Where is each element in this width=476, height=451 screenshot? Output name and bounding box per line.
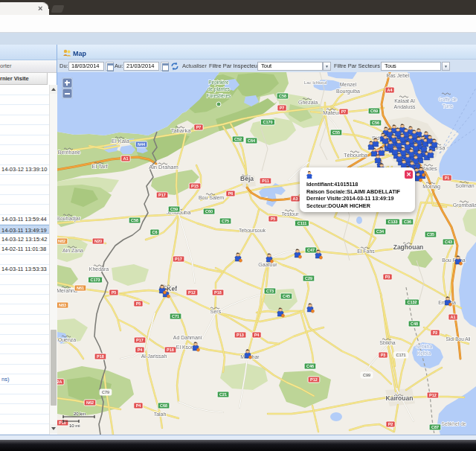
svg-text:C46: C46 bbox=[306, 364, 314, 368]
svg-text:Grombalia: Grombalia bbox=[453, 202, 476, 208]
svg-text:Tébourba: Tébourba bbox=[344, 152, 368, 159]
svg-text:N82: N82 bbox=[58, 239, 65, 243]
svg-text:C133: C133 bbox=[387, 220, 397, 224]
svg-text:Mateur: Mateur bbox=[323, 109, 341, 116]
svg-text:C60: C60 bbox=[205, 209, 213, 214]
svg-text:C47: C47 bbox=[307, 248, 315, 252]
svg-text:C48: C48 bbox=[411, 322, 418, 326]
svg-text:Ain Draham: Ain Draham bbox=[149, 164, 178, 170]
svg-text:C36: C36 bbox=[404, 220, 411, 224]
svg-text:Bou Ficha: Bou Ficha bbox=[442, 258, 466, 263]
svg-text:Tabarka: Tabarka bbox=[171, 127, 192, 134]
svg-text:C75: C75 bbox=[222, 219, 229, 223]
svg-text:C111: C111 bbox=[298, 221, 307, 226]
svg-text:P11: P11 bbox=[262, 179, 268, 183]
svg-text:2A: 2A bbox=[57, 380, 62, 384]
svg-text:C173: C173 bbox=[90, 278, 100, 282]
svg-text:Gaafour: Gaafour bbox=[258, 262, 277, 267]
svg-text:Bourguiba: Bourguiba bbox=[336, 89, 360, 95]
svg-text:C132: C132 bbox=[407, 300, 416, 304]
svg-text:C71: C71 bbox=[172, 314, 179, 319]
svg-text:C52: C52 bbox=[234, 137, 242, 141]
svg-text:Bou Salem: Bou Salem bbox=[199, 195, 224, 200]
svg-text:N44: N44 bbox=[138, 142, 146, 147]
svg-text:Khedara: Khedara bbox=[89, 266, 109, 272]
svg-text:Sebkha: Sebkha bbox=[416, 344, 432, 349]
svg-text:P5: P5 bbox=[112, 290, 117, 295]
svg-text:Kalaat Al: Kalaat Al bbox=[394, 98, 415, 103]
svg-text:Sebkhet de: Sebkhet de bbox=[442, 421, 466, 426]
svg-text:Lac Ichkeul: Lac Ichkeul bbox=[304, 80, 327, 85]
svg-text:10 mi: 10 mi bbox=[69, 423, 80, 428]
svg-text:C6: C6 bbox=[152, 230, 157, 234]
svg-text:Al-Jarissah: Al-Jarissah bbox=[141, 354, 167, 359]
svg-text:P1: P1 bbox=[445, 176, 450, 180]
svg-text:P12: P12 bbox=[188, 290, 196, 295]
svg-text:El Kala: El Kala bbox=[112, 138, 130, 144]
svg-text:Testour: Testour bbox=[282, 211, 300, 217]
svg-text:P17: P17 bbox=[136, 338, 144, 342]
svg-text:A1: A1 bbox=[450, 315, 455, 319]
svg-text:C56: C56 bbox=[372, 121, 379, 125]
svg-text:Bouhadjar: Bouhadjar bbox=[57, 216, 81, 222]
svg-text:Teboursouk: Teboursouk bbox=[239, 228, 266, 233]
svg-text:Talah: Talah bbox=[154, 412, 167, 417]
svg-text:P7: P7 bbox=[280, 106, 285, 110]
svg-text:C99: C99 bbox=[363, 373, 370, 377]
svg-text:C58: C58 bbox=[131, 218, 138, 223]
svg-text:Kelbia: Kelbia bbox=[417, 351, 431, 356]
svg-text:Berrihane: Berrihane bbox=[58, 150, 80, 155]
svg-text:C58: C58 bbox=[279, 94, 286, 98]
svg-text:C73: C73 bbox=[266, 289, 274, 293]
svg-text:El Tarf: El Tarf bbox=[91, 163, 108, 170]
svg-text:Menzel: Menzel bbox=[340, 82, 357, 87]
svg-text:C68: C68 bbox=[160, 403, 167, 408]
svg-text:P13: P13 bbox=[237, 333, 244, 337]
svg-text:Pépinière: Pépinière bbox=[208, 80, 229, 86]
svg-text:P7: P7 bbox=[196, 125, 202, 129]
svg-text:Sers: Sers bbox=[210, 309, 222, 314]
svg-text:P7: P7 bbox=[341, 109, 347, 114]
svg-text:P5: P5 bbox=[136, 301, 141, 306]
svg-text:C43: C43 bbox=[445, 240, 452, 244]
svg-text:P2: P2 bbox=[388, 422, 393, 426]
svg-text:de plantes: de plantes bbox=[208, 86, 231, 92]
svg-text:Kairouan: Kairouan bbox=[386, 394, 414, 402]
svg-text:C59: C59 bbox=[170, 207, 178, 211]
svg-text:C69: C69 bbox=[370, 109, 378, 113]
svg-text:Zaghouan: Zaghouan bbox=[393, 243, 424, 251]
svg-text:N20: N20 bbox=[94, 239, 102, 243]
svg-text:Tuns: Tuns bbox=[443, 103, 454, 109]
svg-text:P5: P5 bbox=[271, 217, 276, 221]
svg-text:C29: C29 bbox=[305, 276, 312, 281]
svg-text:C171: C171 bbox=[396, 353, 405, 357]
svg-text:P15: P15 bbox=[191, 184, 199, 188]
svg-text:Andaluss: Andaluss bbox=[394, 104, 416, 109]
svg-text:Sidi Bou Ali: Sidi Bou Ali bbox=[446, 336, 471, 342]
svg-text:C64: C64 bbox=[248, 138, 256, 143]
svg-text:P4: P4 bbox=[138, 348, 144, 352]
svg-text:Béja: Béja bbox=[240, 175, 254, 182]
svg-text:P3: P3 bbox=[385, 275, 390, 279]
svg-text:C34: C34 bbox=[376, 229, 385, 234]
svg-text:C87: C87 bbox=[431, 425, 439, 429]
svg-text:N61: N61 bbox=[77, 286, 84, 290]
svg-text:Ghezala: Ghezala bbox=[298, 100, 318, 105]
svg-text:N83: N83 bbox=[59, 303, 66, 307]
svg-text:C35: C35 bbox=[427, 232, 434, 237]
svg-text:N62: N62 bbox=[86, 400, 94, 405]
svg-text:A3: A3 bbox=[292, 196, 298, 201]
svg-text:P3: P3 bbox=[381, 353, 386, 357]
svg-text:P18: P18 bbox=[214, 290, 222, 295]
svg-text:P17: P17 bbox=[158, 193, 166, 197]
svg-text:C45: C45 bbox=[283, 294, 290, 298]
svg-text:P4: P4 bbox=[254, 333, 260, 337]
svg-text:C170: C170 bbox=[263, 120, 272, 124]
svg-text:P17: P17 bbox=[175, 257, 182, 261]
svg-text:Ad Dahmani: Ad Dahmani bbox=[173, 335, 202, 340]
svg-text:C79: C79 bbox=[102, 390, 109, 394]
svg-text:P12: P12 bbox=[429, 393, 437, 397]
svg-text:A1: A1 bbox=[123, 156, 128, 161]
svg-text:P4: P4 bbox=[136, 403, 142, 408]
svg-text:Ouenza: Ouenza bbox=[58, 337, 77, 342]
